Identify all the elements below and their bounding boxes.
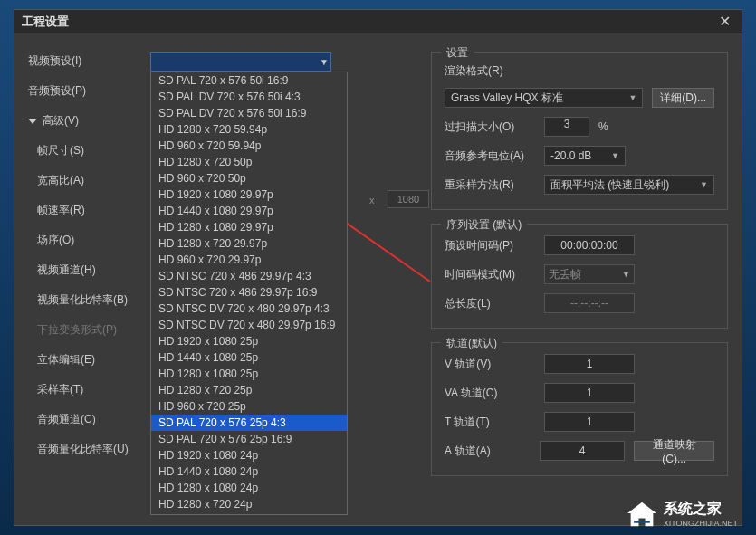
channel-map-button[interactable]: 通道映射(C)... bbox=[634, 441, 714, 461]
dropdown-item[interactable]: SD PAL 720 x 576 50i 16:9 bbox=[151, 72, 347, 89]
chevron-down-icon: ▼ bbox=[700, 180, 708, 189]
total-length-value: --:--:--:-- bbox=[544, 293, 635, 313]
height-field[interactable]: 1080 bbox=[388, 190, 429, 208]
sidebar-item-audio-bitrate[interactable]: 音频量化比特率(U) bbox=[37, 440, 137, 459]
render-format-value: Grass Valley HQX 标准 bbox=[451, 91, 563, 106]
close-icon[interactable]: ✕ bbox=[715, 13, 734, 30]
a-track-input[interactable]: 4 bbox=[540, 441, 626, 461]
overscan-unit: % bbox=[598, 120, 608, 133]
svg-rect-0 bbox=[634, 521, 650, 523]
dropdown-item[interactable]: HD 960 x 720 50p bbox=[151, 170, 347, 186]
chevron-down-icon: ▼ bbox=[628, 93, 636, 102]
preset-tc-label: 预设时间码(P) bbox=[445, 238, 535, 253]
dropdown-item[interactable]: HD 960 x 720 25p bbox=[151, 398, 347, 415]
dropdown-item[interactable]: SD NTSC DV 720 x 480 29.97p 4:3 bbox=[151, 301, 347, 317]
v-track-label: V 轨道(V) bbox=[445, 357, 535, 372]
dropdown-item[interactable]: HD 1280 x 720 25p bbox=[151, 382, 347, 398]
right-column: 设置 渲染格式(R) Grass Valley HQX 标准 ▼ 详细(D)..… bbox=[431, 52, 728, 507]
sidebar-item-framerate[interactable]: 帧速率(R) bbox=[37, 201, 137, 220]
watermark-subtitle: XITONGZHIJIA.NET bbox=[664, 519, 738, 528]
sequence-legend: 序列设置 (默认) bbox=[441, 217, 527, 233]
dropdown-item[interactable]: HD 1280 x 720 59.94p bbox=[151, 121, 347, 138]
tracks-legend: 轨道(默认) bbox=[441, 336, 502, 351]
v-track-input[interactable]: 1 bbox=[544, 354, 635, 374]
dropdown-item[interactable]: SD NTSC 720 x 486 29.97p 4:3 bbox=[151, 268, 347, 284]
dropdown-item[interactable]: HD 960 x 720 59.94p bbox=[151, 138, 347, 154]
dropdown-item[interactable]: HD 1440 x 1080 24p bbox=[151, 463, 347, 480]
dropdown-item[interactable]: SD PAL DV 720 x 576 50i 4:3 bbox=[151, 89, 347, 105]
audio-ref-select[interactable]: -20.0 dB ▼ bbox=[544, 146, 626, 166]
sidebar-item-frame-size[interactable]: 帧尺寸(S) bbox=[37, 141, 137, 160]
detail-button[interactable]: 详细(D)... bbox=[652, 88, 714, 108]
chevron-down-icon: ▼ bbox=[320, 57, 329, 67]
resample-label: 重采样方法(R) bbox=[445, 177, 535, 193]
sidebar-item-label: 高级(V) bbox=[43, 113, 79, 129]
overscan-label: 过扫描大小(O) bbox=[445, 119, 535, 135]
overscan-input[interactable]: 3 bbox=[544, 117, 589, 137]
render-format-label: 渲染格式(R) bbox=[445, 63, 535, 79]
tracks-fieldset: 轨道(默认) V 轨道(V) 1 VA 轨道(C) 1 T 轨道(T) 1 A bbox=[431, 342, 728, 476]
va-track-label: VA 轨道(C) bbox=[445, 386, 535, 401]
dropdown-item[interactable]: HD 960 x 720 29.97p bbox=[151, 252, 347, 268]
dropdown-item[interactable]: SD PAL 720 x 576 25p 16:9 bbox=[151, 431, 347, 447]
dimension-separator: x bbox=[369, 195, 375, 205]
dropdown-item[interactable]: HD 1280 x 720 29.97p bbox=[151, 235, 347, 252]
watermark-title: 系统之家 bbox=[664, 500, 738, 519]
settings-fieldset: 设置 渲染格式(R) Grass Valley HQX 标准 ▼ 详细(D)..… bbox=[431, 52, 728, 210]
sidebar: 视频预设(I) 音频预设(P) 高级(V) 帧尺寸(S) 宽高比(A) 帧速率(… bbox=[28, 52, 137, 507]
dropdown-item[interactable]: SD PAL DV 720 x 576 50i 16:9 bbox=[151, 105, 347, 121]
video-preset-combo[interactable]: ▼ bbox=[150, 52, 331, 72]
sidebar-item-stereo-edit[interactable]: 立体编辑(E) bbox=[37, 350, 137, 369]
resample-value: 面积平均法 (快速且锐利) bbox=[550, 177, 669, 193]
sidebar-item-audio-preset[interactable]: 音频预设(P) bbox=[28, 81, 137, 100]
dialog-title: 工程设置 bbox=[22, 14, 69, 30]
audio-ref-value: -20.0 dB bbox=[550, 149, 591, 162]
dropdown-item[interactable]: HD 1440 x 1080 29.97p bbox=[151, 203, 347, 219]
dropdown-item[interactable]: HD 1920 x 1080 24p bbox=[151, 447, 347, 463]
sequence-fieldset: 序列设置 (默认) 预设时间码(P) 00:00:00:00 时间码模式(M) … bbox=[431, 224, 728, 329]
sidebar-item-pulldown: 下拉变换形式(P) bbox=[37, 320, 137, 339]
sidebar-item-video-preset[interactable]: 视频预设(I) bbox=[28, 52, 137, 71]
chevron-down-icon: ▼ bbox=[611, 151, 619, 160]
dropdown-item[interactable]: HD 1280 x 720 50p bbox=[151, 154, 347, 170]
content: 视频预设(I) 音频预设(P) 高级(V) 帧尺寸(S) 宽高比(A) 帧速率(… bbox=[14, 33, 742, 525]
dropdown-item[interactable]: HD 1280 x 1080 29.97p bbox=[151, 219, 347, 235]
tc-mode-select[interactable]: 无丢帧 ▼ bbox=[544, 264, 635, 284]
dropdown-item[interactable]: HD 1280 x 720 24p bbox=[151, 496, 347, 512]
titlebar: 工程设置 ✕ bbox=[14, 10, 742, 33]
chevron-down-icon: ▼ bbox=[622, 265, 630, 283]
total-length-label: 总长度(L) bbox=[445, 296, 535, 311]
dropdown-item[interactable]: SD NTSC 720 x 486 29.97p 16:9 bbox=[151, 284, 347, 301]
dropdown-item[interactable]: HD 1280 x 1080 24p bbox=[151, 480, 347, 496]
main: ▼ SD PAL 720 x 576 50i 16:9SD PAL DV 720… bbox=[150, 52, 728, 507]
chevron-down-icon bbox=[28, 119, 37, 124]
t-track-label: T 轨道(T) bbox=[445, 415, 535, 430]
house-icon bbox=[626, 501, 658, 528]
left-column: ▼ SD PAL 720 x 576 50i 16:9SD PAL DV 720… bbox=[150, 52, 413, 507]
resample-select[interactable]: 面积平均法 (快速且锐利) ▼ bbox=[544, 175, 714, 195]
dropdown-item[interactable]: HD 1280 x 1080 25p bbox=[151, 366, 347, 382]
sidebar-item-field-order[interactable]: 场序(O) bbox=[37, 231, 137, 250]
dropdown-item[interactable]: HD 960 x 720 24p bbox=[151, 512, 347, 515]
render-format-select[interactable]: Grass Valley HQX 标准 ▼ bbox=[445, 88, 643, 108]
sidebar-item-advanced[interactable]: 高级(V) bbox=[28, 111, 137, 130]
dropdown-item[interactable]: HD 1920 x 1080 29.97p bbox=[151, 186, 347, 203]
sidebar-item-sample-rate[interactable]: 采样率(T) bbox=[37, 380, 137, 399]
sidebar-item-aspect[interactable]: 宽高比(A) bbox=[37, 171, 137, 190]
t-track-input[interactable]: 1 bbox=[544, 412, 635, 432]
project-settings-dialog: 工程设置 ✕ 视频预设(I) 音频预设(P) 高级(V) 帧尺寸(S) 宽高比(… bbox=[14, 9, 742, 526]
sidebar-item-audio-channel[interactable]: 音频通道(C) bbox=[37, 410, 137, 429]
a-track-label: A 轨道(A) bbox=[445, 444, 531, 459]
va-track-input[interactable]: 1 bbox=[544, 383, 635, 403]
sidebar-item-video-bitrate[interactable]: 视频量化比特率(B) bbox=[37, 291, 137, 310]
dropdown-item[interactable]: HD 1440 x 1080 25p bbox=[151, 349, 347, 366]
sidebar-item-video-channel[interactable]: 视频通道(H) bbox=[37, 261, 137, 280]
dropdown-item[interactable]: SD NTSC DV 720 x 480 29.97p 16:9 bbox=[151, 317, 347, 333]
preset-tc-input[interactable]: 00:00:00:00 bbox=[544, 235, 635, 255]
dropdown-item[interactable]: HD 1920 x 1080 25p bbox=[151, 333, 347, 349]
dropdown-item[interactable]: SD PAL 720 x 576 25p 4:3 bbox=[151, 415, 347, 431]
tc-mode-value: 无丢帧 bbox=[549, 265, 581, 283]
settings-legend: 设置 bbox=[441, 45, 474, 61]
tc-mode-label: 时间码模式(M) bbox=[445, 267, 535, 282]
video-preset-dropdown[interactable]: SD PAL 720 x 576 50i 16:9SD PAL DV 720 x… bbox=[150, 72, 348, 515]
